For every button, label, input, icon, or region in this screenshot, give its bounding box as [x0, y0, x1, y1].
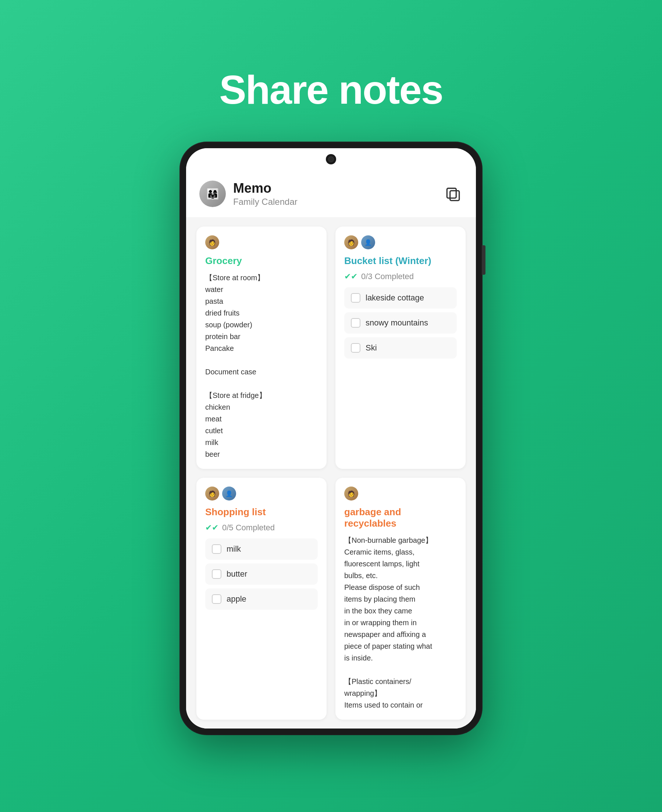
list-item[interactable]: butter — [205, 563, 318, 585]
list-item[interactable]: apple — [205, 588, 318, 610]
garbage-body: 【Non-burnable garbage】 Ceramic items, gl… — [344, 534, 457, 711]
checkmark-icon: ✔✔ — [205, 523, 219, 533]
bucket-avatars: 🧑 👤 — [344, 235, 457, 249]
checkbox-ski[interactable] — [351, 343, 360, 353]
header-text: Memo Family Calendar — [233, 181, 443, 207]
list-item[interactable]: milk — [205, 538, 318, 560]
phone-notch — [186, 148, 476, 170]
app-content: 👨‍👩‍👧 Memo Family Calendar — [186, 170, 476, 729]
phone-mockup: 👨‍👩‍👧 Memo Family Calendar — [180, 142, 482, 734]
hero-title: Share notes — [219, 66, 443, 113]
avatar-1: 🧑 — [344, 486, 358, 501]
avatar-1: 🧑 — [205, 486, 219, 501]
avatar-2: 👤 — [361, 235, 375, 249]
item-label: lakeside cottage — [366, 293, 424, 303]
app-avatar: 👨‍👩‍👧 — [199, 181, 226, 207]
item-label: Ski — [366, 343, 377, 353]
garbage-avatars: 🧑 — [344, 486, 457, 501]
note-card-grocery[interactable]: 🧑 Grocery 【Store at room】 water pasta dr… — [196, 226, 326, 469]
app-subtitle: Family Calendar — [233, 197, 443, 207]
side-button — [482, 245, 485, 275]
note-card-shopping[interactable]: 🧑 👤 Shopping list ✔✔ 0/5 Completed milk — [196, 478, 326, 720]
shopping-status-text: 0/5 Completed — [222, 523, 275, 533]
note-card-bucket-list[interactable]: 🧑 👤 Bucket list (Winter) ✔✔ 0/3 Complete… — [336, 226, 466, 469]
grocery-body: 【Store at room】 water pasta dried fruits… — [205, 272, 318, 460]
app-title: Memo — [233, 181, 443, 196]
note-card-garbage[interactable]: 🧑 garbage andrecyclables 【Non-burnable g… — [336, 478, 466, 720]
checkmark-icon: ✔✔ — [344, 272, 357, 281]
front-camera — [326, 154, 336, 164]
avatar-1: 🧑 — [344, 235, 358, 249]
bucket-status-text: 0/3 Completed — [361, 272, 414, 281]
svg-rect-0 — [447, 188, 456, 198]
checkbox-butter[interactable] — [212, 569, 222, 579]
item-label: butter — [227, 569, 247, 579]
phone-screen: 👨‍👩‍👧 Memo Family Calendar — [186, 148, 476, 729]
shopping-avatars: 🧑 👤 — [205, 486, 318, 501]
checkbox-apple[interactable] — [212, 594, 222, 604]
shopping-status: ✔✔ 0/5 Completed — [205, 523, 318, 533]
bucket-items: lakeside cottage snowy mountains Ski — [344, 287, 457, 359]
notes-grid: 🧑 Grocery 【Store at room】 water pasta dr… — [186, 218, 476, 729]
grocery-avatars: 🧑 — [205, 235, 318, 249]
item-label: milk — [227, 544, 241, 554]
app-header: 👨‍👩‍👧 Memo Family Calendar — [186, 170, 476, 218]
share-icon[interactable] — [443, 184, 463, 203]
checkbox-milk[interactable] — [212, 544, 222, 554]
list-item[interactable]: lakeside cottage — [344, 287, 457, 308]
shopping-title: Shopping list — [205, 506, 318, 518]
item-label: snowy mountains — [366, 318, 428, 328]
item-label: apple — [227, 594, 246, 604]
garbage-title: garbage andrecyclables — [344, 506, 457, 529]
list-item[interactable]: Ski — [344, 337, 457, 359]
bucket-status: ✔✔ 0/3 Completed — [344, 272, 457, 281]
svg-rect-1 — [450, 191, 460, 201]
checkbox-lakeside[interactable] — [351, 293, 360, 303]
phone-shell: 👨‍👩‍👧 Memo Family Calendar — [180, 142, 482, 734]
shopping-items: milk butter apple — [205, 538, 318, 610]
list-item[interactable]: snowy mountains — [344, 312, 457, 334]
avatar-1: 🧑 — [205, 235, 219, 249]
avatar-emoji: 👨‍👩‍👧 — [206, 188, 219, 200]
grocery-title: Grocery — [205, 255, 318, 266]
checkbox-snowy[interactable] — [351, 318, 360, 328]
avatar-2: 👤 — [222, 486, 236, 501]
bucket-list-title: Bucket list (Winter) — [344, 255, 457, 266]
